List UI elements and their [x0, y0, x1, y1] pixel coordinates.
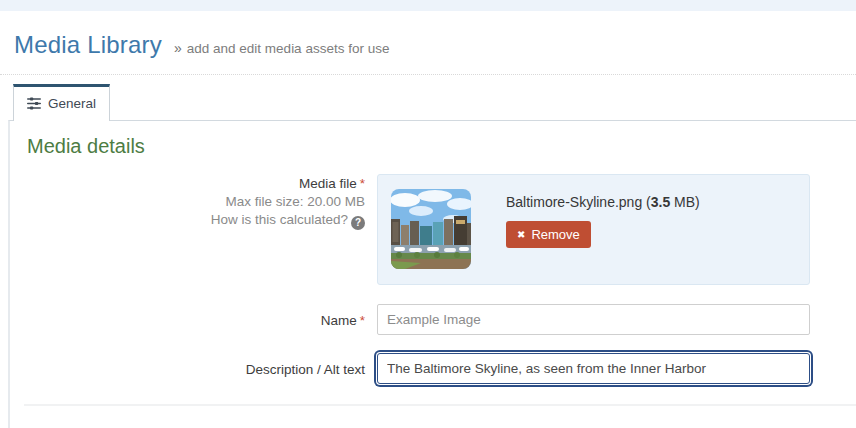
description-label: Description / Alt text	[27, 361, 365, 379]
media-file-label-block: Media file* Max file size: 20.00 MB How …	[27, 174, 365, 230]
description-input[interactable]	[377, 353, 810, 384]
description-label-block: Description / Alt text	[27, 353, 365, 379]
file-size: 3.5	[651, 194, 670, 210]
required-asterisk: *	[360, 176, 365, 191]
tab-general-label: General	[48, 96, 96, 111]
question-circle-icon[interactable]: ?	[351, 216, 365, 230]
help-line: How is this calculated??	[27, 211, 365, 230]
description-row: Description / Alt text	[27, 353, 856, 384]
required-asterisk: *	[360, 313, 365, 328]
name-label: Name*	[27, 312, 365, 330]
header-divider	[0, 74, 856, 75]
file-thumbnail	[391, 189, 471, 269]
media-file-label: Media file*	[27, 175, 365, 193]
section-bottom-divider	[24, 404, 856, 406]
media-file-row: Media file* Max file size: 20.00 MB How …	[27, 174, 856, 285]
max-file-size-text: Max file size: 20.00 MB	[27, 193, 365, 211]
name-row: Name*	[27, 304, 856, 335]
breadcrumb-chevron: »	[174, 40, 182, 56]
page-subtitle-text: add and edit media assets for use	[187, 41, 390, 56]
how-calculated-link[interactable]: How is this calculated?	[211, 212, 348, 227]
page-subtitle: »add and edit media assets for use	[174, 40, 389, 56]
remove-x-icon: ✖	[517, 229, 525, 240]
media-library-page: Media Library »add and edit media assets…	[0, 0, 856, 428]
name-label-block: Name*	[27, 304, 365, 330]
media-file-control: Baltimore-Skyline.png (3.5 MB) ✖ Remove	[377, 174, 810, 285]
sliders-icon	[27, 97, 41, 110]
tab-general[interactable]: General	[13, 84, 110, 121]
tab-bar: General	[13, 84, 856, 120]
uploaded-file-card: Baltimore-Skyline.png (3.5 MB) ✖ Remove	[377, 174, 810, 285]
page-title: Media Library	[14, 31, 162, 59]
remove-button-label: Remove	[531, 227, 579, 242]
description-control	[377, 353, 810, 384]
name-control	[377, 304, 810, 335]
file-name: Baltimore-Skyline.png (3.5 MB)	[506, 194, 700, 210]
tab-content-panel: Media details Media file* Max file size:…	[8, 120, 856, 428]
section-heading: Media details	[27, 135, 856, 158]
file-meta: Baltimore-Skyline.png (3.5 MB) ✖ Remove	[506, 189, 700, 270]
top-accent-bar	[0, 0, 856, 11]
page-header: Media Library »add and edit media assets…	[0, 11, 856, 59]
remove-file-button[interactable]: ✖ Remove	[506, 221, 591, 248]
name-input[interactable]	[377, 304, 810, 335]
